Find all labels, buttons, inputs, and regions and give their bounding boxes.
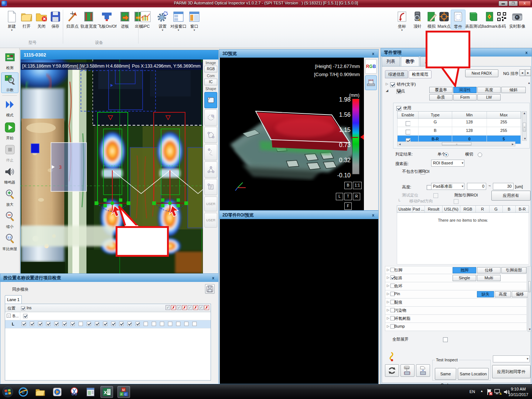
defect-row-contamination[interactable]: ▷ 污染物: [385, 307, 527, 315]
l-row-checkbox[interactable]: [152, 322, 156, 326]
expander-icon[interactable]: ▷: [387, 300, 389, 304]
defect-row-bump[interactable]: ▷ Bump: [385, 323, 527, 331]
zoom-out-button[interactable]: 缩小: [1, 209, 18, 230]
lead-shoulder-button[interactable]: 引脚肩部: [501, 267, 526, 273]
rgb-view-button[interactable]: RGB: [365, 59, 377, 74]
maximize-button[interactable]: ❐: [508, 1, 518, 6]
close-button[interactable]: X: [518, 1, 531, 6]
zoom-in-button[interactable]: 放大: [1, 187, 18, 208]
l-row-checkbox[interactable]: [127, 322, 132, 326]
board-in-button[interactable]: 进板: [117, 10, 132, 29]
snipping-tool-icon[interactable]: [68, 386, 81, 398]
ins-checkbox[interactable]: [21, 306, 25, 310]
new-button[interactable]: 新建▼: [4, 10, 19, 32]
l-row-checkbox[interactable]: [79, 322, 83, 326]
defect-row-crack[interactable]: ▷ 裂痕: [385, 299, 527, 307]
search-surface-dropdown[interactable]: ROI Based: [431, 160, 464, 167]
same-code-button[interactable]: Same Code: [435, 368, 456, 380]
view-front-button[interactable]: F: [344, 202, 352, 210]
network-icon[interactable]: !: [494, 389, 502, 395]
shape-freeform-tool[interactable]: [204, 144, 217, 160]
coordinate-button[interactable]: 坐标▼: [395, 10, 409, 32]
move-pad-checkbox[interactable]: [454, 199, 458, 204]
tray-expand-icon[interactable]: ▲: [480, 389, 483, 393]
surface-test-button[interactable]: 表面测试: [465, 10, 482, 29]
subtab-summary[interactable]: 综述信息: [385, 70, 408, 78]
col-r[interactable]: R: [476, 206, 490, 212]
tab-list[interactable]: 列表: [382, 57, 400, 66]
pin-height-button[interactable]: 高度: [495, 291, 511, 297]
expander-icon[interactable]: ▷: [387, 308, 389, 312]
missing-button[interactable]: 缺失: [477, 291, 494, 297]
col-b[interactable]: B: [503, 206, 516, 212]
live-image-button[interactable]: 实时影像: [508, 10, 527, 29]
check-all-icon[interactable]: ✓: [166, 305, 170, 310]
view-top-button[interactable]: T: [344, 193, 352, 200]
l-row-checkbox[interactable]: [22, 322, 26, 326]
same-location-button[interactable]: Same Location: [458, 368, 489, 380]
uncheck-all-icon[interactable]: ✗: [193, 305, 198, 310]
defect-row-pin[interactable]: ▷ Pin 缺失 高度 偏移: [385, 290, 527, 299]
l-row-checkbox[interactable]: [168, 322, 173, 326]
l-row-checkbox[interactable]: [119, 322, 124, 326]
cross-radio[interactable]: [478, 153, 482, 157]
minimize-button[interactable]: ▬: [498, 1, 508, 6]
teach-button[interactable]: 示教: [1, 72, 18, 93]
l-row-checkbox[interactable]: [184, 322, 189, 326]
defect-row-epoxy[interactable]: ▷ 环氧树脂: [385, 315, 527, 323]
pcb-image[interactable]: 3 [X:135.186mm Y:59.695mm] [W:3.588mm H:…: [21, 59, 203, 273]
col-rgb[interactable]: RGB: [460, 206, 476, 212]
internet-explorer-icon[interactable]: e: [17, 386, 30, 398]
collapse-icon[interactable]: −: [7, 314, 11, 318]
save-settings-button[interactable]: [205, 284, 215, 294]
subtab-inspection-spec[interactable]: 检查规范: [409, 70, 432, 78]
col-pad[interactable]: Pad ...: [413, 206, 425, 212]
view-left-button[interactable]: L: [336, 193, 343, 200]
preview-2d-viewport[interactable]: [220, 219, 378, 384]
excel-icon[interactable]: X: [100, 386, 113, 398]
pad-reference-dropdown[interactable]: Pad基准面: [431, 183, 464, 190]
close-icon[interactable]: x: [370, 212, 376, 218]
col-type[interactable]: Type: [419, 112, 452, 118]
table-vscrollbar[interactable]: ▲≡▼: [522, 111, 527, 141]
scroll-up-icon[interactable]: ▲: [528, 81, 531, 85]
open-button[interactable]: 打开: [19, 10, 34, 29]
col-usable[interactable]: Usable: [397, 206, 413, 212]
apply-all-button[interactable]: 应用所有: [491, 191, 531, 201]
shape-rect-tool[interactable]: [204, 92, 217, 108]
shift-button[interactable]: 位移: [477, 267, 501, 273]
row-enable-checkbox[interactable]: [406, 130, 410, 134]
shape-ellipse-tool[interactable]: [204, 109, 217, 126]
col-usl[interactable]: USL(%): [443, 206, 460, 212]
shape-multi-point-tool[interactable]: [204, 161, 217, 178]
l-row-checkbox[interactable]: [136, 322, 140, 326]
window-button[interactable]: 窗口▼: [187, 10, 202, 32]
apply-target-dropdown[interactable]: [493, 355, 530, 362]
expander-icon[interactable]: ▷: [387, 276, 389, 279]
l-row-checkbox[interactable]: [160, 322, 164, 326]
expander-icon[interactable]: ▷: [387, 268, 389, 272]
lifted-lead-button[interactable]: 翘脚: [453, 267, 476, 273]
buzzer-button[interactable]: 蜂鸣器: [1, 165, 18, 185]
close-icon[interactable]: x: [524, 50, 529, 55]
test-locate-checkbox[interactable]: [433, 193, 438, 198]
col-min[interactable]: Min: [452, 112, 487, 118]
expander-icon[interactable]: ▷: [387, 292, 389, 296]
l-row-checkbox[interactable]: [62, 322, 67, 326]
check-all-icon[interactable]: ✓: [188, 305, 192, 310]
settings-button[interactable]: 设置▼: [155, 10, 170, 32]
inspect-button[interactable]: 检测: [1, 50, 18, 71]
clock[interactable]: 9:10 AM 10/11/2017: [508, 386, 528, 398]
load-part-button[interactable]: [416, 364, 430, 377]
l-row-checkbox[interactable]: [192, 322, 197, 326]
save-button[interactable]: 保存: [48, 10, 63, 29]
next-padx-button[interactable]: Next PADX: [465, 69, 498, 77]
l-row-checkbox[interactable]: [30, 322, 34, 326]
document-app-icon[interactable]: [84, 386, 97, 398]
file-explorer-icon[interactable]: [34, 386, 47, 398]
component-view-button[interactable]: [365, 75, 377, 90]
form-button[interactable]: Form: [453, 94, 477, 100]
tab-teach[interactable]: 教学: [401, 57, 419, 66]
board-row[interactable]: − B...: [5, 312, 211, 320]
defect-row-short[interactable]: ▷ 短路 Single Multi: [385, 274, 527, 282]
